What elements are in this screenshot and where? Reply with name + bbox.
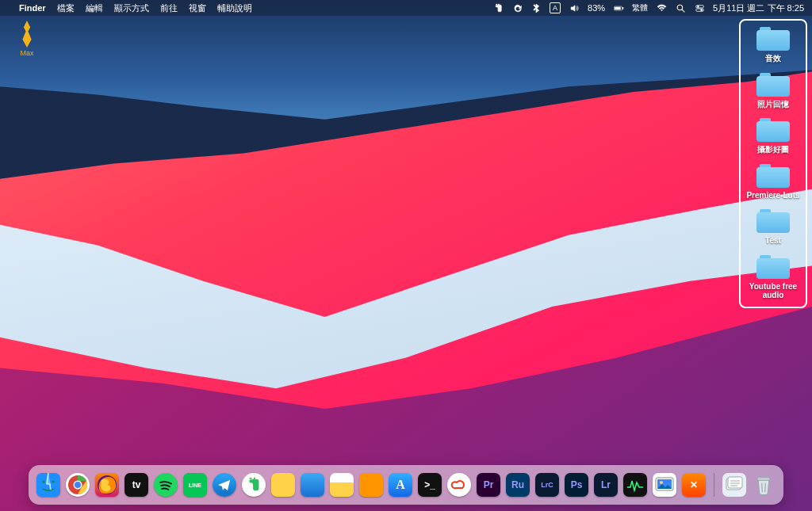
dock-rush[interactable]: Ru (506, 473, 530, 497)
folder-item[interactable]: 攝影好圖 (742, 116, 804, 154)
svg-rect-25 (728, 477, 742, 488)
svg-line-30 (762, 483, 763, 493)
svg-point-10 (43, 481, 45, 483)
folder-item[interactable]: 照片回憶 (742, 71, 804, 109)
evernote-menubar-icon[interactable] (492, 2, 504, 13)
dock-doc-stack[interactable] (722, 473, 746, 497)
dock-chrome[interactable] (66, 473, 90, 497)
folder-label: 攝影好圖 (742, 145, 804, 154)
input-source-indicator[interactable]: A (550, 2, 561, 13)
folder-label: Premiere-Luts (742, 191, 804, 200)
dock-terminal[interactable]: >_ (418, 473, 442, 497)
dock-notes[interactable] (330, 473, 354, 497)
wifi-icon[interactable] (656, 2, 667, 13)
language-indicator[interactable]: 繁體 (632, 2, 648, 13)
folder-item[interactable]: Test (742, 208, 804, 246)
menu-view[interactable]: 顯示方式 (114, 2, 149, 14)
menu-file[interactable]: 檔案 (57, 2, 75, 14)
svg-point-6 (697, 6, 699, 7)
folder-icon (756, 254, 790, 279)
desktop-folders-highlight: 音效 照片回憶 攝影好圖 Premiere-Luts Test Youtube … (739, 19, 807, 308)
clock[interactable]: 5月11日 週二 下午 8:25 (713, 2, 804, 14)
dock-trash[interactable] (752, 473, 776, 497)
folder-icon (756, 25, 790, 51)
dock-finder[interactable] (36, 473, 60, 497)
dock-line[interactable]: LINE (183, 473, 207, 497)
dock: tvLINEA>_PrRuLrCPsLr✕ (29, 465, 783, 505)
spotlight-icon[interactable] (675, 2, 686, 13)
svg-point-11 (52, 481, 55, 483)
svg-rect-29 (757, 478, 770, 480)
folder-item[interactable]: 音效 (742, 25, 804, 63)
svg-rect-2 (622, 7, 623, 9)
bluetooth-icon[interactable] (530, 2, 542, 13)
menu-window[interactable]: 視窗 (189, 2, 206, 14)
dock-lightroom[interactable]: Lr (594, 473, 618, 497)
dock-activity[interactable] (623, 473, 647, 497)
folder-icon (756, 71, 790, 97)
battery-percent[interactable]: 83% (588, 3, 605, 13)
dock-creative-cloud[interactable] (447, 473, 471, 497)
dock-timer[interactable] (301, 473, 324, 497)
dock-evernote[interactable] (242, 473, 266, 497)
sync-icon[interactable] (511, 2, 523, 13)
folder-label: 照片回憶 (742, 100, 804, 109)
dock-telegram[interactable] (213, 473, 236, 497)
folder-icon (756, 208, 790, 233)
svg-point-23 (660, 481, 663, 484)
control-center-icon[interactable] (694, 2, 705, 13)
svg-point-3 (677, 5, 683, 10)
dock-app-store[interactable]: A (389, 473, 412, 497)
svg-line-31 (765, 483, 766, 493)
folder-icon (756, 116, 790, 142)
folder-icon (756, 162, 790, 188)
battery-icon[interactable] (613, 2, 624, 13)
dock-firefox[interactable] (95, 473, 119, 497)
app-menu-name[interactable]: Finder (19, 3, 46, 13)
svg-rect-1 (615, 7, 620, 10)
dock-cleanmymac[interactable]: ✕ (682, 473, 706, 497)
desktop-app-shortcut[interactable]: Max (8, 21, 46, 57)
dock-premiere[interactable]: Pr (477, 473, 500, 497)
svg-line-4 (682, 10, 684, 12)
dock-stickies[interactable] (271, 473, 295, 497)
svg-rect-20 (625, 475, 645, 495)
svg-point-19 (450, 476, 468, 494)
dock-pages[interactable] (359, 473, 383, 497)
svg-point-15 (75, 482, 81, 488)
menu-go[interactable]: 前往 (160, 2, 178, 14)
menu-bar: Finder 檔案 編輯 顯示方式 前往 視窗 輔助說明 A 83% (0, 0, 812, 16)
svg-point-8 (700, 9, 702, 10)
volume-icon[interactable] (569, 2, 580, 13)
app-label: Max (8, 49, 46, 57)
folder-label: 音效 (742, 54, 804, 63)
folder-item[interactable]: Premiere-Luts (742, 162, 804, 200)
dock-preview[interactable] (653, 473, 676, 497)
dock-lr-classic[interactable]: LrC (535, 473, 559, 497)
folder-label: Youtube free audio (742, 282, 804, 300)
menu-help[interactable]: 輔助說明 (217, 2, 252, 14)
dock-separator (714, 473, 714, 497)
app-icon (16, 21, 38, 48)
folder-item[interactable]: Youtube free audio (742, 254, 804, 300)
folder-label: Test (742, 236, 804, 246)
dock-photoshop[interactable]: Ps (565, 473, 588, 497)
desktop[interactable]: Finder 檔案 編輯 顯示方式 前往 視窗 輔助說明 A 83% (0, 0, 812, 511)
dock-apple-tv[interactable]: tv (124, 473, 148, 497)
menu-edit[interactable]: 編輯 (86, 2, 103, 14)
dock-spotify[interactable] (154, 473, 178, 497)
